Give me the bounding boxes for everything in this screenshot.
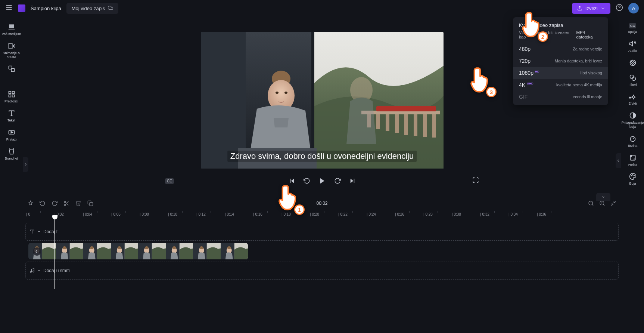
rsidebar-item-color[interactable]: Boja <box>622 170 643 189</box>
svg-point-48 <box>276 92 279 94</box>
sidebar-item-label: Brand kit <box>5 157 18 161</box>
svg-point-105 <box>30 271 32 273</box>
ruler-tick: | 0:26 <box>395 212 404 216</box>
prev-frame-button[interactable] <box>289 178 295 184</box>
sidebar-item-media[interactable]: Vaš medijum <box>1 20 22 39</box>
svg-marker-53 <box>320 178 324 184</box>
svg-rect-37 <box>386 114 389 131</box>
timeline-collapse[interactable] <box>596 193 610 201</box>
text-track[interactable]: + Dodaj t <box>25 223 619 241</box>
plus-icon: + <box>38 229 40 234</box>
svg-rect-55 <box>354 179 354 183</box>
export-option-480p[interactable]: 480pZa radne verzije <box>513 43 608 55</box>
zoom-in-button[interactable] <box>599 200 605 206</box>
svg-point-79 <box>62 246 66 249</box>
rsidebar-item-transition[interactable]: Prelaz <box>622 151 643 170</box>
zoom-out-button[interactable] <box>588 200 594 206</box>
svg-rect-6 <box>8 44 12 48</box>
zoom-fit-button[interactable] <box>610 200 616 206</box>
help-icon[interactable] <box>616 4 623 13</box>
rsidebar-item-audio[interactable]: Audio <box>622 37 643 56</box>
ruler-tick: | 0:36 <box>537 212 546 216</box>
next-frame-button[interactable] <box>349 178 356 184</box>
undo-button[interactable] <box>40 200 46 206</box>
svg-rect-40 <box>414 114 417 136</box>
chevron-down-icon <box>601 6 605 10</box>
split-button[interactable] <box>63 200 69 206</box>
text-icon <box>29 229 35 234</box>
sidebar-item-templates[interactable]: Predlošci <box>1 87 22 107</box>
export-button-label: Izvezi <box>585 6 598 11</box>
tutorial-pointer-1: 1 <box>278 184 299 213</box>
svg-line-21 <box>632 60 635 64</box>
video-preview[interactable]: Zdravo svima, dobro došli u ovonedeljni … <box>201 32 444 169</box>
export-button[interactable]: Izvezi <box>572 3 610 14</box>
rsidebar-item-label: Filteri <box>629 83 637 87</box>
duplicate-button[interactable] <box>87 200 93 206</box>
rsidebar-item-captions[interactable]: CC opcija <box>622 20 643 37</box>
svg-point-95 <box>172 246 176 249</box>
svg-line-70 <box>611 204 613 206</box>
ruler-tick: | 0:32 <box>480 212 489 216</box>
play-button[interactable] <box>318 177 326 185</box>
rsidebar-item-coloradjust[interactable]: Prilagođavanje boja <box>622 109 643 132</box>
ruler-tick: | 0:20 <box>310 212 319 216</box>
sidebar-item-brandkit[interactable]: Brand kit <box>1 145 22 164</box>
music-track[interactable]: + Dodaj u smrti <box>25 262 619 280</box>
ruler-tick: | 0:18 <box>281 212 291 216</box>
sidebar-item-transitions[interactable]: Prelazi <box>1 126 22 145</box>
rsidebar-item-label: Prelaz <box>628 163 638 167</box>
svg-point-49 <box>284 92 287 94</box>
fullscreen-button[interactable] <box>472 177 479 185</box>
hamburger-menu-icon[interactable] <box>5 4 13 13</box>
timeline-ruler[interactable]: | 0| 0:02| 0:04| 0:06| 0:08| 0:10| 0:12|… <box>23 211 621 219</box>
project-name-pill[interactable]: Moj video zapis <box>66 3 119 14</box>
rsidebar-item-speed[interactable]: Brzina <box>622 132 643 151</box>
clip-audio-icon[interactable] <box>33 247 41 256</box>
svg-rect-10 <box>12 92 14 94</box>
svg-point-106 <box>33 271 34 272</box>
sidebar-item-layers[interactable] <box>1 62 22 77</box>
redo-button[interactable] <box>52 200 57 206</box>
sidebar-item-label: Prelazi <box>6 138 17 142</box>
export-option-4K[interactable]: 4KUHDkvaliteta nema 4K medija <box>513 79 608 91</box>
cc-toggle[interactable]: CC <box>165 178 174 184</box>
ruler-tick: | 0:22 <box>338 212 348 216</box>
cloud-sync-icon <box>108 5 113 12</box>
sidebar-item-text[interactable]: Tekst <box>1 107 22 126</box>
video-clip[interactable] <box>28 243 248 259</box>
svg-rect-43 <box>376 106 436 111</box>
sidebar-item-record[interactable]: Snimanje & create <box>1 39 22 62</box>
left-sidebar: Vaš medijum Snimanje & create Predlošci … <box>0 16 23 333</box>
rsidebar-item-filters[interactable]: Filteri <box>622 71 643 90</box>
champion-label: Šampion klipa <box>31 6 61 11</box>
svg-rect-41 <box>423 114 427 137</box>
text-track-label: Dodaj t <box>43 229 57 234</box>
video-track[interactable] <box>25 242 619 260</box>
svg-line-69 <box>614 201 616 203</box>
svg-rect-39 <box>404 114 408 135</box>
skip-back-button[interactable] <box>304 178 310 184</box>
sidebar-item-label: Predlošci <box>4 99 18 104</box>
svg-marker-54 <box>350 179 353 183</box>
svg-point-91 <box>145 246 149 249</box>
svg-line-26 <box>633 138 634 139</box>
export-option-1080p[interactable]: 1080pHDHod visokog <box>513 67 608 79</box>
svg-rect-11 <box>9 95 11 97</box>
user-avatar[interactable]: A <box>628 3 639 13</box>
music-track-label: Dodaj u smrti <box>43 268 70 273</box>
skip-fwd-button[interactable] <box>334 178 341 184</box>
subtitle-text: Zdravo svima, dobro došli u ovonedeljni … <box>227 151 417 162</box>
delete-button[interactable] <box>75 200 81 206</box>
timecode: 00:02 <box>316 201 327 206</box>
rsidebar-item-label: Prilagođavanje boja <box>622 121 644 129</box>
ruler-tick: | 0 <box>26 212 30 216</box>
rsidebar-item-label: opcija <box>628 30 637 34</box>
auto-button[interactable] <box>28 200 34 206</box>
export-option-GIF[interactable]: GIFeconds ili manje <box>513 91 608 103</box>
svg-line-66 <box>603 204 604 206</box>
export-option-720p[interactable]: 720pManja datoteka, brži izvoz <box>513 55 608 67</box>
rsidebar-item-effects[interactable]: Efekti <box>622 90 643 109</box>
playhead[interactable] <box>55 218 55 289</box>
rsidebar-item-fade[interactable] <box>622 56 643 71</box>
